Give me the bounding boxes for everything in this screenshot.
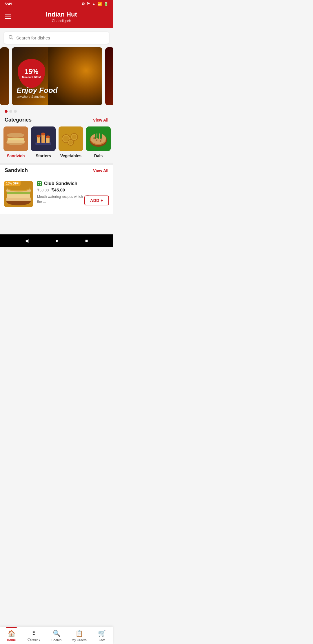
food-name-row: Club Sandwich [37,181,109,186]
dot-1[interactable] [5,110,8,113]
header-center: Indian Hut Chandigarh [14,11,108,23]
recent-button[interactable]: ■ [85,238,88,243]
category-vegetables-label: Vegetables [60,153,81,158]
banner-carousel: 15% Discount Offer! Enjoy Food anywhere … [0,47,113,105]
banner-subline: anywhere & anytime [17,95,58,98]
categories-section: Categories View All Sandvich [0,115,113,163]
food-image-wrap: 10% OFF [4,181,33,207]
svg-rect-38 [7,194,30,198]
category-sandvich-label: Sandvich [7,153,25,158]
carousel-dots [0,108,113,115]
dot-3[interactable] [14,110,17,113]
price-new: ₹45.00 [51,187,65,193]
banner-next [105,47,113,105]
signal-icon: 📶 [97,2,102,6]
categories-row: Sandvich Starters [0,126,113,163]
svg-rect-37 [6,197,31,201]
sandvich-title: Sandvich [5,167,28,173]
search-bar[interactable] [4,32,109,44]
category-sandvich[interactable]: Sandvich [3,126,28,158]
svg-point-15 [46,135,50,138]
svg-point-7 [7,133,24,138]
sandvich-section: Sandvich View All 10% OFF [0,165,113,214]
category-dals[interactable]: Dals [86,126,111,158]
svg-point-22 [69,140,73,144]
svg-rect-11 [41,135,45,143]
discount-percent: 15% [25,68,39,75]
category-vegetables-img [59,126,83,151]
banner-headline: Enjoy Food [17,86,58,95]
category-starters-label: Starters [36,153,51,158]
category-sandvich-img [3,126,28,151]
category-starters[interactable]: Starters [31,126,56,158]
app-subtitle: Chandigarh [14,19,108,23]
category-starters-img [31,126,56,151]
svg-point-42 [8,186,30,190]
svg-point-20 [72,135,77,139]
discount-label: Discount Offer! [22,76,41,79]
back-button[interactable]: ◀ [25,238,28,243]
categories-title: Categories [5,117,32,123]
categories-view-all[interactable]: View All [93,118,108,122]
settings-icon: ⚙ [81,2,85,6]
svg-rect-33 [97,131,99,139]
alert-icon: ⚑ [87,2,90,6]
svg-rect-4 [7,140,25,143]
category-dals-img [86,126,111,151]
veg-dot [38,182,41,185]
app-header: Indian Hut Chandigarh [0,8,113,28]
hamburger-menu[interactable] [5,15,11,19]
app-title: Indian Hut [14,11,108,18]
android-navigation: ◀ ● ■ [0,234,113,247]
search-icon [8,35,13,41]
svg-rect-10 [37,137,40,143]
banner-main: 15% Discount Offer! Enjoy Food anywhere … [12,47,102,105]
battery-icon: 🔋 [104,2,108,6]
categories-header: Categories View All [0,115,113,126]
svg-rect-34 [100,133,102,139]
sandvich-header: Sandvich View All [0,165,113,177]
banner-text: Enjoy Food anywhere & anytime [17,86,58,98]
veg-icon [37,181,42,186]
food-name: Club Sandwich [44,181,77,186]
svg-point-31 [100,140,101,142]
price-old: ₹50.00 [37,188,49,192]
status-bar: 5:49 ⚙ ⚑ ▲ 📶 🔋 [0,0,113,8]
add-to-cart-button[interactable]: ADD + [84,196,109,205]
svg-point-13 [37,135,41,138]
search-input[interactable] [16,35,105,40]
sandvich-view-all[interactable]: View All [93,168,108,173]
category-dals-label: Dals [94,153,103,158]
home-button[interactable]: ● [55,238,58,243]
svg-rect-32 [95,132,97,139]
section-divider [0,163,113,165]
status-time: 5:49 [5,2,12,6]
svg-point-14 [41,133,45,135]
svg-line-1 [12,38,12,39]
svg-point-30 [96,140,97,141]
discount-badge: 10% OFF [4,181,21,186]
price-row: ₹50.00 ₹45.00 [37,187,109,193]
status-icons: ⚙ ⚑ ▲ 📶 🔋 [81,2,108,6]
category-vegetables[interactable]: Vegetables [59,126,83,158]
food-card-club-sandwich: 10% OFF Club Sandwich [0,177,113,211]
wifi-icon: ▲ [92,2,96,6]
dot-2[interactable] [9,110,12,113]
banner-prev [0,47,9,105]
